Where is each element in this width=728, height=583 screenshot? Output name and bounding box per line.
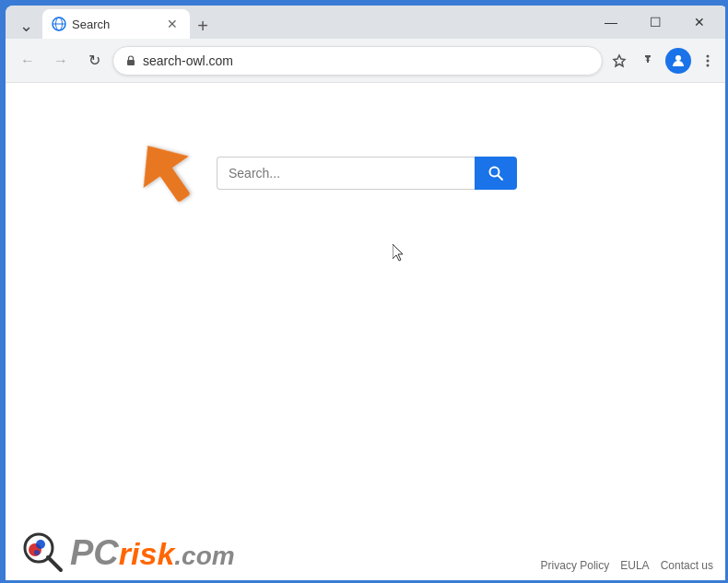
search-area <box>6 83 728 190</box>
logo-text-container: PCrisk.com <box>70 533 235 573</box>
reload-button[interactable]: ↻ <box>79 46 109 76</box>
tab-close-button[interactable]: ✕ <box>164 16 181 32</box>
svg-point-8 <box>707 64 710 66</box>
browser-window: ⌄ Search ✕ + — ☐ ✕ ← → <box>6 6 728 583</box>
logo-com-text: .com <box>174 542 234 570</box>
tab-list: ⌄ Search ✕ + <box>13 6 586 39</box>
contact-us-link[interactable]: Contact us <box>661 559 713 572</box>
extensions-button[interactable] <box>636 48 662 74</box>
tab-dropdown-button[interactable]: ⌄ <box>13 13 39 39</box>
window-controls: — ☐ ✕ <box>590 7 721 37</box>
pcrisk-logo: PCrisk.com <box>20 530 235 576</box>
url-input[interactable] <box>143 53 591 68</box>
bookmark-button[interactable] <box>606 48 632 74</box>
svg-line-17 <box>48 557 61 570</box>
svg-rect-3 <box>127 60 135 65</box>
eula-link[interactable]: EULA <box>620 559 649 572</box>
svg-line-12 <box>499 176 503 181</box>
tab-favicon-icon <box>52 17 66 31</box>
address-bar[interactable] <box>112 46 603 76</box>
search-icon <box>487 165 504 181</box>
logo-risk-text: risk <box>119 536 175 571</box>
star-icon <box>612 53 627 68</box>
title-bar: ⌄ Search ✕ + — ☐ ✕ <box>6 6 728 39</box>
footer-links: Privacy Policy EULA Contact us <box>541 559 713 572</box>
minimize-button[interactable]: — <box>590 7 632 37</box>
forward-button[interactable]: → <box>46 46 76 76</box>
mouse-cursor <box>393 244 407 262</box>
tab-title: Search <box>72 17 159 31</box>
svg-point-6 <box>707 54 710 57</box>
menu-button[interactable] <box>695 48 721 74</box>
privacy-policy-link[interactable]: Privacy Policy <box>541 559 610 572</box>
new-tab-button[interactable]: + <box>190 13 216 39</box>
svg-point-7 <box>707 59 710 62</box>
svg-point-5 <box>675 55 681 61</box>
kebab-menu-icon <box>700 53 715 68</box>
svg-point-16 <box>34 550 40 555</box>
search-box-container <box>217 157 517 190</box>
active-tab[interactable]: Search ✕ <box>42 9 190 39</box>
profile-button[interactable] <box>665 48 691 74</box>
pcrisk-logo-icon <box>20 530 66 576</box>
close-button[interactable]: ✕ <box>678 7 721 37</box>
person-icon <box>671 53 686 68</box>
puzzle-icon <box>641 53 656 68</box>
page-footer: PCrisk.com Privacy Policy EULA Contact u… <box>6 522 728 583</box>
security-icon <box>124 54 137 67</box>
page-content: PCrisk.com Privacy Policy EULA Contact u… <box>6 83 728 583</box>
address-icons <box>606 48 721 74</box>
maximize-button[interactable]: ☐ <box>634 7 676 37</box>
svg-point-15 <box>36 540 45 549</box>
logo-pc-text: PC <box>70 533 119 572</box>
svg-marker-4 <box>614 55 625 66</box>
search-submit-button[interactable] <box>475 157 517 190</box>
address-bar-area: ← → ↻ <box>6 39 728 83</box>
search-input[interactable] <box>217 157 475 190</box>
back-button[interactable]: ← <box>13 46 42 76</box>
